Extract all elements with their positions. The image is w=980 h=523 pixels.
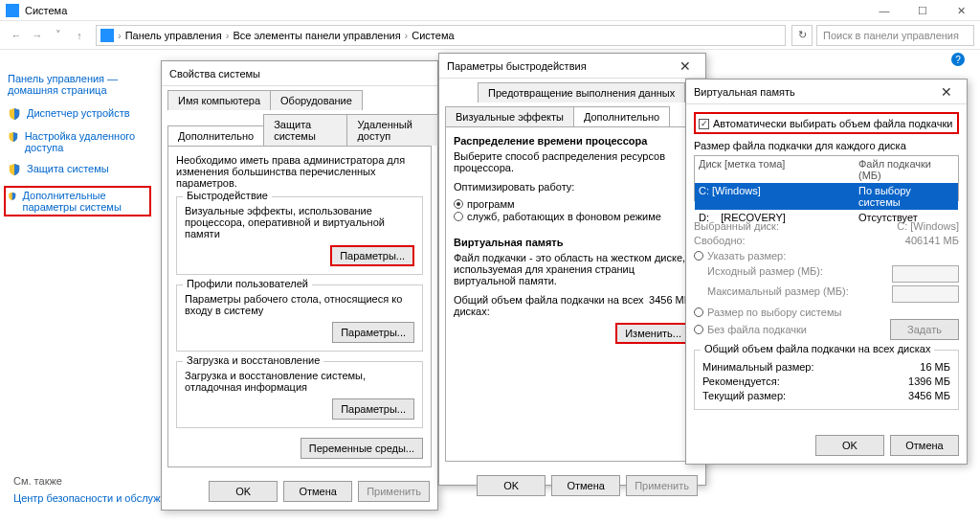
close-button[interactable]: ✕ <box>942 0 980 21</box>
radio-system-managed: Размер по выбору системы <box>694 307 841 318</box>
breadcrumb-item[interactable]: Система <box>412 30 454 41</box>
dialog-title: Свойства системы <box>169 68 260 80</box>
up-button[interactable]: ↑ <box>69 25 90 46</box>
vm-total-label: Общий объем файла подкачки на всех диска… <box>454 294 649 317</box>
sidebar-label: Защита системы <box>27 163 109 174</box>
shield-icon <box>8 163 21 176</box>
sidebar: Панель управления — домашняя страница Ди… <box>8 73 151 226</box>
sched-desc: Выберите способ распределения ресурсов п… <box>454 150 691 173</box>
startup-settings-button[interactable]: Параметры... <box>332 398 414 420</box>
auto-checkbox[interactable]: ✓Автоматически выбирать объем файла подк… <box>699 118 952 129</box>
vm-desc: Файл подкачки - это область на жестком д… <box>454 252 691 286</box>
history-button[interactable]: ˅ <box>48 25 69 46</box>
disk-list[interactable]: Диск [метка тома]Файл подкачки (МБ) C: [… <box>694 155 959 201</box>
envvars-button[interactable]: Переменные среды... <box>301 438 423 459</box>
tab-protection[interactable]: Защита системы <box>263 114 347 146</box>
apply-button[interactable]: Применить <box>626 475 698 496</box>
shield-icon <box>8 190 16 203</box>
tab-dep[interactable]: Предотвращение выполнения данных <box>478 82 685 102</box>
performance-options-dialog: Параметры быстродействия ✕ Предотвращени… <box>438 53 706 486</box>
virtual-memory-dialog: Виртуальная память ✕ ✓Автоматически выби… <box>685 79 968 465</box>
close-icon[interactable]: ✕ <box>673 58 698 74</box>
system-icon <box>6 4 19 17</box>
profiles-group-title: Профили пользователей <box>183 278 312 289</box>
system-properties-dialog: Свойства системы Имя компьютера Оборудов… <box>161 60 438 511</box>
dialog-titlebar: Свойства системы <box>162 61 437 86</box>
initial-size-input <box>892 265 959 283</box>
shield-icon <box>8 107 21 121</box>
disk-row-c[interactable]: C: [Windows] По выбору системы <box>695 183 958 210</box>
vm-change-button[interactable]: Изменить... <box>615 323 691 344</box>
dialog-title: Параметры быстродействия <box>447 60 587 72</box>
tab-hardware[interactable]: Оборудование <box>270 90 363 110</box>
startup-desc: Загрузка и восстановление системы, отлад… <box>185 370 414 393</box>
radio-services[interactable]: служб, работающих в фоновом режиме <box>454 211 661 222</box>
apply-button[interactable]: Применить <box>358 481 430 502</box>
back-button[interactable]: ← <box>6 25 27 46</box>
help-icon[interactable]: ? <box>951 53 965 66</box>
sidebar-label: Диспетчер устройств <box>27 107 130 119</box>
sidebar-item-protection[interactable]: Защита системы <box>8 163 151 176</box>
shield-icon <box>8 130 19 144</box>
sidebar-item-advanced[interactable]: Дополнительные параметры системы <box>4 186 151 216</box>
tab-visual[interactable]: Визуальные эффекты <box>445 106 574 126</box>
breadcrumb[interactable]: › Панель управления › Все элементы панел… <box>96 25 786 46</box>
profiles-settings-button[interactable]: Параметры... <box>332 322 414 343</box>
search-input[interactable]: Поиск в панели управления <box>816 25 974 46</box>
tab-advanced[interactable]: Дополнительно <box>167 125 264 146</box>
dialog-titlebar: Виртуальная память ✕ <box>686 80 967 104</box>
dialog-title: Виртуальная память <box>694 86 795 98</box>
radio-no-paging: Без файла подкачки <box>694 324 879 335</box>
tab-remote[interactable]: Удаленный доступ <box>346 114 438 146</box>
toolbar: ← → ˅ ↑ › Панель управления › Все элемен… <box>0 21 980 50</box>
window-title: Система <box>25 5 67 16</box>
cancel-button[interactable]: Отмена <box>283 481 352 502</box>
radio-custom-size: Указать размер: <box>694 250 786 262</box>
dialog-titlebar: Параметры быстродействия ✕ <box>439 54 705 79</box>
perf-settings-button[interactable]: Параметры... <box>330 245 414 266</box>
perf-group-title: Быстродействие <box>183 190 272 201</box>
tab-advanced[interactable]: Дополнительно <box>573 106 670 126</box>
total-group-title: Общий объем файла подкачки на всех диска… <box>701 343 934 354</box>
cancel-button[interactable]: Отмена <box>890 435 959 456</box>
max-size-input <box>892 285 959 303</box>
cp-home-link[interactable]: Панель управления — домашняя страница <box>8 73 151 96</box>
sidebar-label: Дополнительные параметры системы <box>22 190 147 213</box>
perf-desc: Визуальные эффекты, использование процес… <box>185 205 414 239</box>
cancel-button[interactable]: Отмена <box>551 475 620 496</box>
ok-button[interactable]: OK <box>209 481 278 502</box>
set-button: Задать <box>890 319 959 340</box>
perdisk-label: Размер файла подкачки для каждого диска <box>694 140 959 151</box>
breadcrumb-item[interactable]: Все элементы панели управления <box>233 30 400 41</box>
ok-button[interactable]: OK <box>815 435 884 456</box>
close-icon[interactable]: ✕ <box>934 84 959 100</box>
tab-computername[interactable]: Имя компьютера <box>167 90 271 110</box>
breadcrumb-item[interactable]: Панель управления <box>125 30 222 41</box>
controlpanel-icon <box>100 29 114 42</box>
radio-programs[interactable]: программ <box>454 198 515 210</box>
sidebar-item-remote[interactable]: Настройка удаленного доступа <box>8 130 151 153</box>
vm-title: Виртуальная память <box>454 237 691 248</box>
minimize-button[interactable]: — <box>865 0 903 21</box>
sidebar-item-devicemgr[interactable]: Диспетчер устройств <box>8 107 151 121</box>
window-titlebar: Система — ☐ ✕ <box>0 0 980 21</box>
refresh-button[interactable]: ↻ <box>791 25 813 46</box>
profiles-desc: Параметры рабочего стола, относящиеся ко… <box>185 293 414 316</box>
forward-button[interactable]: → <box>27 25 48 46</box>
opt-label: Оптимизировать работу: <box>454 181 691 193</box>
admin-note: Необходимо иметь права администратора дл… <box>176 154 423 189</box>
sidebar-label: Настройка удаленного доступа <box>25 130 151 153</box>
startup-group-title: Загрузка и восстановление <box>183 354 323 366</box>
ok-button[interactable]: OK <box>477 475 546 496</box>
maximize-button[interactable]: ☐ <box>903 0 942 21</box>
sched-title: Распределение времени процессора <box>454 135 691 147</box>
